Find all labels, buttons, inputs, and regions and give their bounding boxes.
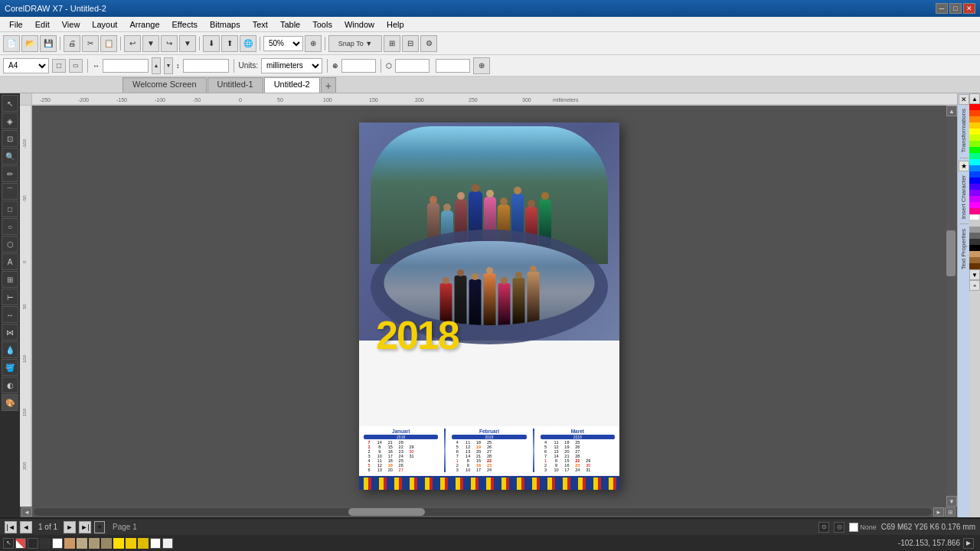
- color-tan-swatch[interactable]: [64, 538, 75, 549]
- palette-darker-gray[interactable]: [969, 239, 980, 245]
- palette-light-blue[interactable]: [969, 165, 980, 171]
- add-page-nav-button[interactable]: +: [94, 521, 105, 533]
- options-button[interactable]: ⚙: [420, 35, 437, 52]
- menu-table[interactable]: Table: [274, 18, 306, 31]
- color-palette-toggle[interactable]: 🎨: [2, 394, 18, 411]
- next-page-button[interactable]: ►: [64, 521, 76, 533]
- freehand-tool[interactable]: ✏: [2, 165, 18, 182]
- select-tool[interactable]: ↖: [2, 95, 18, 112]
- scroll-right-button[interactable]: ►: [933, 507, 944, 517]
- zoom-select[interactable]: 50% 75% 100%: [263, 36, 303, 51]
- height-field[interactable]: 297.0 mm: [183, 59, 229, 73]
- menu-layout[interactable]: Layout: [86, 18, 123, 31]
- scroll-thumb[interactable]: [946, 230, 956, 276]
- palette-yellow[interactable]: [969, 129, 980, 135]
- palette-violet[interactable]: [969, 190, 980, 196]
- scroll-down-button[interactable]: ▼: [946, 496, 957, 507]
- export-button[interactable]: ⬆: [221, 35, 238, 52]
- text-properties-label[interactable]: Text Properties: [959, 226, 968, 272]
- no-color-swatch[interactable]: [15, 538, 26, 549]
- palette-green[interactable]: [969, 147, 980, 153]
- color-dark-swatch[interactable]: [40, 538, 51, 549]
- palette-yellow-green[interactable]: [969, 135, 980, 141]
- table-tool[interactable]: ⊞: [2, 271, 18, 288]
- dynamic-guides[interactable]: ⊟: [402, 35, 419, 52]
- print-button[interactable]: 🖨: [64, 35, 80, 52]
- width-spinner-up[interactable]: ▲: [152, 57, 161, 74]
- palette-cyan[interactable]: [969, 159, 980, 165]
- menu-file[interactable]: File: [3, 18, 29, 31]
- maximize-button[interactable]: □: [949, 3, 962, 14]
- eyedropper-tool[interactable]: 💧: [2, 341, 18, 358]
- page-size-select[interactable]: A4: [3, 58, 49, 73]
- minimize-button[interactable]: ─: [936, 3, 948, 14]
- palette-tan[interactable]: [969, 251, 980, 257]
- color-black-swatch[interactable]: [28, 538, 38, 549]
- tab-welcome[interactable]: Welcome Screen: [122, 77, 207, 93]
- blend-tool[interactable]: ⋈: [2, 324, 18, 341]
- rectangle-tool[interactable]: □: [2, 201, 18, 217]
- palette-red[interactable]: [969, 104, 980, 110]
- color-dark-gold-swatch[interactable]: [138, 538, 149, 549]
- color-gold-swatch[interactable]: [126, 538, 136, 549]
- record-button[interactable]: ▶: [963, 538, 974, 549]
- add-page-button[interactable]: ⊕: [473, 57, 490, 74]
- palette-pink[interactable]: [969, 208, 980, 214]
- import-button[interactable]: ⬇: [203, 35, 220, 52]
- palette-dark-blue[interactable]: [969, 178, 980, 184]
- copy-button[interactable]: 📋: [100, 35, 117, 52]
- insert-character-label[interactable]: Insert Character: [959, 172, 968, 222]
- text-tool[interactable]: A: [2, 253, 18, 270]
- menu-arrange[interactable]: Arrange: [123, 18, 165, 31]
- crop-tool[interactable]: ⊡: [2, 130, 18, 147]
- undo-dropdown[interactable]: ▼: [142, 35, 159, 52]
- menu-view[interactable]: View: [56, 18, 87, 31]
- palette-brown[interactable]: [969, 257, 980, 263]
- palette-scroll-up[interactable]: ▲: [969, 93, 980, 104]
- landscape-button[interactable]: □: [52, 59, 66, 73]
- publish-button[interactable]: 🌐: [240, 35, 256, 52]
- scroll-up-button[interactable]: ▲: [946, 106, 957, 116]
- snap-icon[interactable]: ⊙: [818, 522, 829, 533]
- horizontal-scrollbar[interactable]: ◄ ► ⊞: [20, 507, 957, 517]
- y-field[interactable]: 5.0 mm: [436, 59, 470, 73]
- menu-text[interactable]: Text: [247, 18, 274, 31]
- color-sand-swatch[interactable]: [101, 538, 112, 549]
- parallel-dim-tool[interactable]: ⊢: [2, 289, 18, 305]
- palette-blue-violet[interactable]: [969, 184, 980, 190]
- menu-effects[interactable]: Effects: [166, 18, 204, 31]
- palette-black[interactable]: [969, 245, 980, 251]
- palette-yellow-orange[interactable]: [969, 122, 980, 129]
- prev-page-button[interactable]: ◄: [20, 521, 32, 533]
- color-yellow-swatch[interactable]: [113, 538, 124, 549]
- smart-draw-tool[interactable]: ⌒: [2, 183, 18, 200]
- transformations-label[interactable]: Transformations: [959, 106, 968, 156]
- palette-dark-brown[interactable]: [969, 263, 980, 269]
- cursor-mode-icon[interactable]: ↖: [3, 538, 14, 549]
- color-mode-icon[interactable]: ◎: [834, 522, 844, 533]
- ellipse-tool[interactable]: ○: [2, 218, 18, 235]
- smart-fill-tool[interactable]: ◐: [2, 377, 18, 393]
- insert-char-icon[interactable]: ★: [959, 161, 969, 171]
- tab-untitled1[interactable]: Untitled-1: [207, 77, 263, 93]
- palette-gray[interactable]: [969, 227, 980, 233]
- cut-button[interactable]: ✂: [82, 35, 99, 52]
- scroll-left-button[interactable]: ◄: [21, 507, 32, 517]
- palette-blue[interactable]: [969, 171, 980, 178]
- tab-untitled2[interactable]: Untitled-2: [264, 77, 320, 93]
- palette-light-green[interactable]: [969, 141, 980, 147]
- open-button[interactable]: 📂: [21, 35, 38, 52]
- menu-edit[interactable]: Edit: [29, 18, 56, 31]
- vertical-scrollbar[interactable]: ▲ ▼: [946, 106, 957, 507]
- palette-scroll-down[interactable]: ▼: [969, 269, 980, 280]
- save-button[interactable]: 💾: [40, 35, 57, 52]
- menu-tools[interactable]: Tools: [306, 18, 338, 31]
- palette-add-button[interactable]: +: [969, 280, 980, 291]
- canvas-drawing-area[interactable]: 2018 Januari 2018 7: [32, 106, 946, 507]
- palette-purple[interactable]: [969, 196, 980, 202]
- zoom-tool[interactable]: 🔍: [2, 148, 18, 165]
- palette-orange[interactable]: [969, 116, 980, 122]
- zoom-fit-button[interactable]: ⊕: [305, 35, 322, 52]
- portrait-button[interactable]: ▭: [69, 59, 83, 73]
- close-button[interactable]: ✕: [963, 3, 975, 14]
